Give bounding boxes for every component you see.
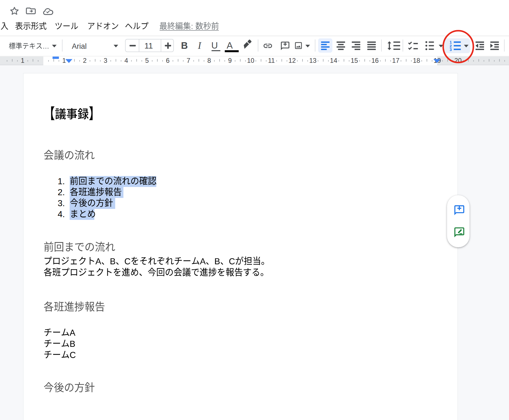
svg-text:4.: 4. <box>58 209 65 219</box>
svg-text:1: 1 <box>62 57 66 64</box>
svg-text:11: 11 <box>268 57 275 64</box>
svg-text:18: 18 <box>413 57 420 64</box>
svg-text:6: 6 <box>166 57 169 64</box>
svg-text:13: 13 <box>309 57 316 64</box>
svg-text:B: B <box>181 40 188 51</box>
svg-text:17: 17 <box>392 57 400 64</box>
svg-text:2.: 2. <box>58 187 65 197</box>
svg-text:4: 4 <box>125 57 128 64</box>
svg-text:10: 10 <box>247 57 255 64</box>
svg-text:14: 14 <box>330 57 337 64</box>
svg-text:Arial: Arial <box>72 42 87 50</box>
svg-text:A: A <box>227 40 233 50</box>
svg-text:1.: 1. <box>58 176 65 186</box>
svg-text:12: 12 <box>289 57 296 64</box>
svg-text:5: 5 <box>145 57 149 64</box>
svg-text:3: 3 <box>450 47 452 52</box>
svg-text:3: 3 <box>104 57 107 64</box>
svg-text:1: 1 <box>21 57 24 64</box>
svg-text:16: 16 <box>371 57 379 64</box>
svg-text:U: U <box>211 40 218 50</box>
svg-text:2: 2 <box>83 57 87 64</box>
svg-text:9: 9 <box>228 57 232 64</box>
svg-text:I: I <box>198 40 202 51</box>
svg-text:7: 7 <box>187 57 190 64</box>
svg-text:11: 11 <box>144 41 153 50</box>
svg-text:8: 8 <box>207 57 211 64</box>
svg-text:15: 15 <box>351 57 358 64</box>
svg-text:3.: 3. <box>58 198 65 208</box>
